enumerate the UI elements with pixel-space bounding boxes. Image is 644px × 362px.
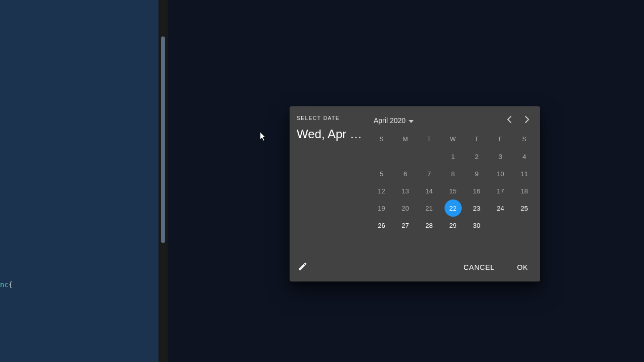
calendar-day-empty — [421, 148, 438, 165]
calendar-day[interactable]: 12 — [373, 182, 390, 199]
code-keyword: nc — [0, 280, 9, 289]
month-select-button[interactable]: April 2020 — [370, 113, 418, 128]
edit-input-button[interactable] — [297, 261, 309, 273]
calendar-day[interactable]: 8 — [445, 165, 462, 182]
weekday-header: S — [522, 136, 526, 143]
dialog-actions: CANCEL OK — [459, 259, 533, 275]
chevron-right-icon — [525, 116, 530, 125]
calendar-day[interactable]: 29 — [445, 217, 462, 234]
cancel-button[interactable]: CANCEL — [459, 259, 500, 275]
calendar-panel: April 2020 — [370, 106, 540, 255]
code-editor-sidebar: nc{ — [0, 0, 158, 362]
calendar-day[interactable]: 17 — [492, 182, 509, 199]
date-picker-header: SELECT DATE Wed, Apr … — [290, 106, 370, 255]
weekday-header: T — [475, 136, 478, 143]
month-label: April 2020 — [374, 116, 406, 125]
calendar-day[interactable]: 18 — [516, 182, 533, 199]
calendar-day[interactable]: 14 — [421, 182, 438, 199]
ok-button[interactable]: OK — [512, 259, 533, 275]
weekday-header: M — [403, 136, 408, 143]
date-picker-body: SELECT DATE Wed, Apr … April 2020 — [290, 106, 540, 255]
calendar-day[interactable]: 20 — [397, 199, 414, 217]
calendar-day[interactable]: 2 — [468, 148, 486, 165]
calendar-day[interactable]: 13 — [397, 182, 414, 199]
calendar-day-empty — [373, 148, 390, 165]
app-root: nc{ SELECT DATE Wed, Apr … April 2020 — [0, 0, 644, 362]
calendar-day[interactable]: 4 — [516, 148, 533, 165]
calendar-day-empty — [492, 217, 509, 234]
calendar-day[interactable]: 25 — [516, 199, 533, 217]
calendar-day[interactable]: 3 — [492, 148, 509, 165]
caret-down-icon — [409, 116, 414, 125]
calendar-day[interactable]: 11 — [516, 165, 533, 182]
chevron-left-icon — [507, 116, 511, 125]
calendar-day[interactable]: 24 — [492, 199, 509, 217]
calendar-day[interactable]: 7 — [421, 165, 438, 182]
calendar-day[interactable]: 21 — [421, 199, 438, 217]
pencil-icon — [298, 261, 308, 273]
calendar-day[interactable]: 1 — [445, 148, 462, 165]
date-picker-dialog: SELECT DATE Wed, Apr … April 2020 — [290, 106, 540, 281]
calendar-day[interactable]: 28 — [421, 217, 438, 234]
next-month-button[interactable] — [518, 111, 536, 130]
calendar-day[interactable]: 15 — [445, 182, 462, 199]
weekday-header: W — [450, 136, 456, 143]
calendar-day[interactable]: 16 — [468, 182, 486, 199]
prev-month-button[interactable] — [500, 111, 518, 130]
code-brace: { — [9, 280, 13, 289]
select-date-label: SELECT DATE — [297, 115, 370, 121]
calendar-day[interactable]: 19 — [373, 199, 390, 217]
code-snippet: nc{ — [0, 280, 13, 289]
weekday-header: T — [427, 136, 431, 143]
calendar-day[interactable]: 9 — [468, 165, 486, 182]
calendar-day[interactable]: 5 — [373, 165, 390, 182]
calendar-day[interactable]: 30 — [468, 217, 486, 234]
weekday-header: S — [379, 136, 383, 143]
calendar-grid: SMTWTFS123456789101112131415161718192021… — [370, 131, 536, 234]
calendar-day[interactable]: 22 — [445, 199, 462, 217]
selected-date-display: Wed, Apr … — [297, 127, 370, 141]
calendar-day-empty — [397, 148, 414, 165]
calendar-day[interactable]: 23 — [468, 199, 486, 217]
weekday-header: F — [499, 136, 502, 143]
calendar-day-empty — [516, 217, 533, 234]
calendar-day[interactable]: 27 — [397, 217, 414, 234]
month-nav-row: April 2020 — [370, 110, 536, 131]
calendar-day[interactable]: 6 — [397, 165, 414, 182]
date-picker-footer: CANCEL OK — [290, 255, 540, 281]
calendar-day[interactable]: 26 — [373, 217, 390, 234]
calendar-day[interactable]: 10 — [492, 165, 509, 182]
scrollbar-thumb[interactable] — [161, 36, 165, 243]
